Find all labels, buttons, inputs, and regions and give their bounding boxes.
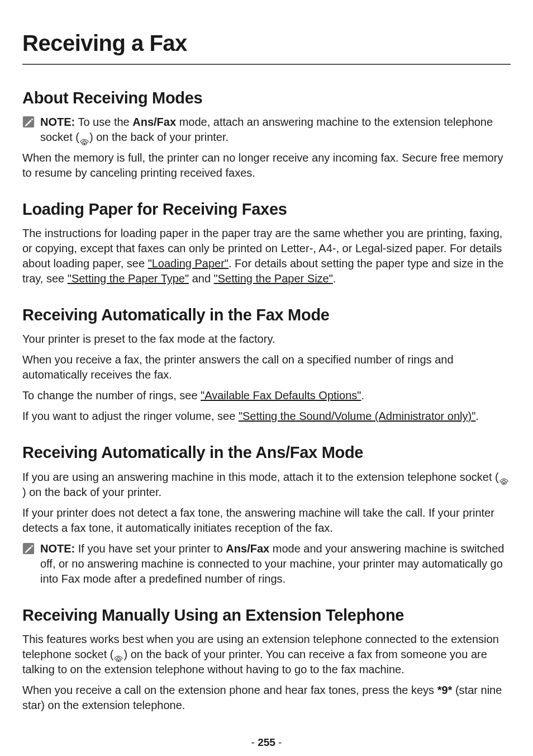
note-auto-ansfax: NOTE: If you have set your printer to An… — [22, 541, 511, 587]
fax-defaults-link[interactable]: "Available Fax Defaults Options" — [201, 389, 361, 401]
auto-ansfax-paragraph: If you are using an answering machine in… — [22, 470, 511, 500]
setting-paper-type-link[interactable]: "Setting the Paper Type" — [68, 272, 189, 285]
text-segment: . — [475, 410, 479, 422]
page-number-value: 255 — [258, 736, 275, 748]
page-number-suffix: - — [275, 736, 282, 748]
text-segment: If you are using an answering machine in… — [22, 471, 499, 483]
loading-paper-link[interactable]: "Loading Paper" — [148, 257, 229, 270]
about-modes-paragraph: When the memory is full, the printer can… — [22, 150, 511, 181]
text-segment: and — [189, 272, 213, 285]
phone-icon — [79, 134, 89, 142]
ansfax-bold: Ans/Fax — [132, 116, 176, 128]
ansfax-bold: Ans/Fax — [226, 542, 269, 555]
text-segment: . — [333, 272, 336, 285]
note-segment: ) on the back of your printer. — [89, 131, 229, 143]
note-segment: If you have set your printer to — [75, 542, 226, 555]
auto-ansfax-paragraph: If your printer does not detect a fax to… — [22, 505, 511, 536]
manual-ext-paragraph: When you receive a call on the extension… — [22, 683, 511, 713]
page-number-prefix: - — [251, 736, 258, 748]
note-segment: To use the — [75, 116, 132, 128]
text-segment: If you want to adjust the ringer volume,… — [22, 410, 239, 422]
note-text: NOTE: To use the Ans/Fax mode, attach an… — [40, 115, 511, 145]
auto-fax-heading: Receiving Automatically in the Fax Mode — [22, 304, 511, 326]
loading-paper-paragraph: The instructions for loading paper in th… — [22, 226, 511, 286]
manual-ext-paragraph: This features works best when you are us… — [22, 632, 511, 677]
phone-icon — [499, 474, 509, 481]
text-segment: . — [361, 389, 364, 401]
loading-paper-heading: Loading Paper for Receiving Faxes — [22, 199, 511, 220]
setting-paper-size-link[interactable]: "Setting the Paper Size" — [214, 272, 333, 285]
pencil-note-icon — [22, 116, 35, 128]
note-about-modes: NOTE: To use the Ans/Fax mode, attach an… — [22, 115, 511, 145]
text-segment: When you receive a call on the extension… — [22, 684, 437, 696]
auto-fax-paragraph: If you want to adjust the ringer volume,… — [22, 409, 511, 424]
pencil-note-icon — [22, 542, 35, 555]
phone-icon — [113, 651, 123, 659]
page-title: Receiving a Fax — [22, 28, 511, 58]
text-segment: ) on the back of your printer. — [22, 486, 161, 498]
manual-ext-heading: Receiving Manually Using an Extension Te… — [22, 604, 511, 626]
star-nine-star-bold: *9* — [437, 684, 453, 696]
note-text: NOTE: If you have set your printer to An… — [40, 541, 511, 587]
text-segment: To change the number of rings, see — [22, 389, 201, 401]
auto-fax-paragraph: To change the number of rings, see "Avai… — [22, 388, 511, 403]
page-number: - 255 - — [22, 735, 511, 750]
note-label: NOTE: — [40, 116, 75, 128]
note-label: NOTE: — [40, 542, 75, 555]
about-modes-heading: About Receiving Modes — [22, 87, 511, 109]
auto-ansfax-heading: Receiving Automatically in the Ans/Fax M… — [22, 442, 511, 464]
auto-fax-paragraph: When you receive a fax, the printer answ… — [22, 352, 511, 382]
title-divider — [22, 64, 511, 65]
auto-fax-paragraph: Your printer is preset to the fax mode a… — [22, 332, 511, 347]
sound-volume-link[interactable]: "Setting the Sound/Volume (Administrator… — [239, 410, 475, 422]
